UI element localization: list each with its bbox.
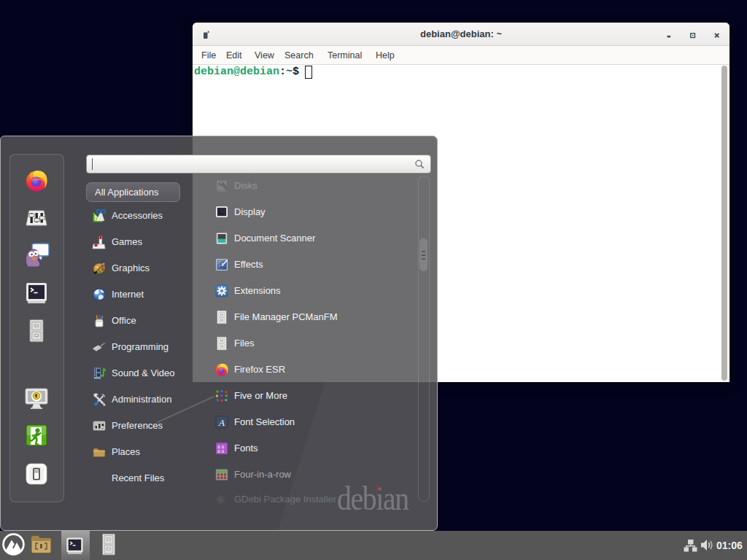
svg-text:A: A bbox=[218, 417, 225, 428]
svg-text:a a: a a bbox=[217, 448, 224, 454]
